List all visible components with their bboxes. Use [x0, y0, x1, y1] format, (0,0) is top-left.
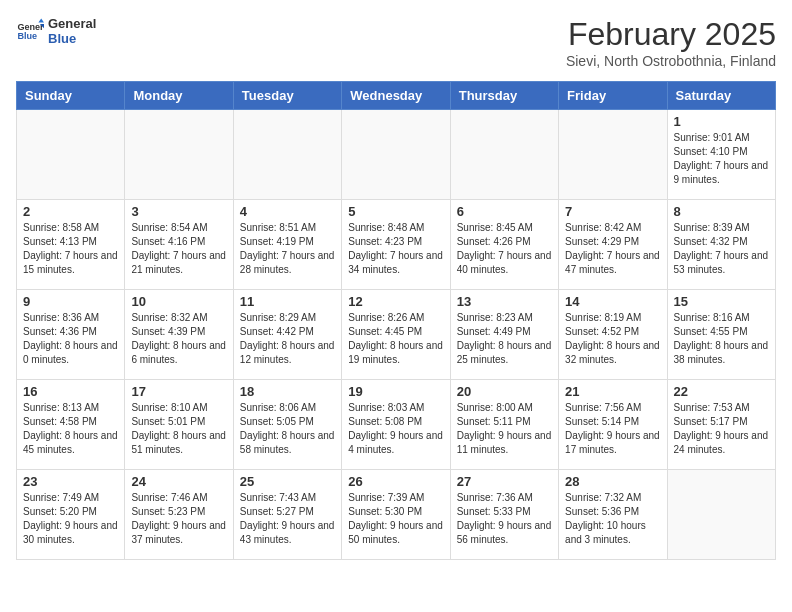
weekday-header-monday: Monday [125, 82, 233, 110]
month-title: February 2025 [566, 16, 776, 53]
calendar-cell: 9Sunrise: 8:36 AM Sunset: 4:36 PM Daylig… [17, 290, 125, 380]
day-number: 15 [674, 294, 769, 309]
calendar-cell [17, 110, 125, 200]
day-number: 17 [131, 384, 226, 399]
header: General Blue General Blue February 2025 … [16, 16, 776, 69]
day-info: Sunrise: 8:23 AM Sunset: 4:49 PM Dayligh… [457, 311, 552, 367]
weekday-header-saturday: Saturday [667, 82, 775, 110]
day-info: Sunrise: 8:58 AM Sunset: 4:13 PM Dayligh… [23, 221, 118, 277]
day-number: 3 [131, 204, 226, 219]
day-number: 26 [348, 474, 443, 489]
day-info: Sunrise: 7:39 AM Sunset: 5:30 PM Dayligh… [348, 491, 443, 547]
calendar-cell: 7Sunrise: 8:42 AM Sunset: 4:29 PM Daylig… [559, 200, 667, 290]
day-number: 20 [457, 384, 552, 399]
calendar-cell: 11Sunrise: 8:29 AM Sunset: 4:42 PM Dayli… [233, 290, 341, 380]
svg-text:General: General [17, 22, 44, 32]
calendar-cell: 4Sunrise: 8:51 AM Sunset: 4:19 PM Daylig… [233, 200, 341, 290]
day-info: Sunrise: 7:53 AM Sunset: 5:17 PM Dayligh… [674, 401, 769, 457]
day-info: Sunrise: 8:26 AM Sunset: 4:45 PM Dayligh… [348, 311, 443, 367]
week-row-1: 2Sunrise: 8:58 AM Sunset: 4:13 PM Daylig… [17, 200, 776, 290]
day-info: Sunrise: 8:00 AM Sunset: 5:11 PM Dayligh… [457, 401, 552, 457]
day-info: Sunrise: 8:06 AM Sunset: 5:05 PM Dayligh… [240, 401, 335, 457]
svg-text:Blue: Blue [17, 31, 37, 41]
weekday-header-row: SundayMondayTuesdayWednesdayThursdayFrid… [17, 82, 776, 110]
calendar-cell [125, 110, 233, 200]
day-number: 6 [457, 204, 552, 219]
calendar-cell [342, 110, 450, 200]
calendar-cell [559, 110, 667, 200]
week-row-3: 16Sunrise: 8:13 AM Sunset: 4:58 PM Dayli… [17, 380, 776, 470]
calendar-cell: 12Sunrise: 8:26 AM Sunset: 4:45 PM Dayli… [342, 290, 450, 380]
week-row-0: 1Sunrise: 9:01 AM Sunset: 4:10 PM Daylig… [17, 110, 776, 200]
week-row-2: 9Sunrise: 8:36 AM Sunset: 4:36 PM Daylig… [17, 290, 776, 380]
day-info: Sunrise: 7:32 AM Sunset: 5:36 PM Dayligh… [565, 491, 660, 547]
day-info: Sunrise: 7:56 AM Sunset: 5:14 PM Dayligh… [565, 401, 660, 457]
calendar-cell: 28Sunrise: 7:32 AM Sunset: 5:36 PM Dayli… [559, 470, 667, 560]
calendar-cell: 27Sunrise: 7:36 AM Sunset: 5:33 PM Dayli… [450, 470, 558, 560]
calendar-cell: 13Sunrise: 8:23 AM Sunset: 4:49 PM Dayli… [450, 290, 558, 380]
day-info: Sunrise: 8:13 AM Sunset: 4:58 PM Dayligh… [23, 401, 118, 457]
calendar: SundayMondayTuesdayWednesdayThursdayFrid… [16, 81, 776, 560]
logo: General Blue General Blue [16, 16, 96, 46]
calendar-cell: 1Sunrise: 9:01 AM Sunset: 4:10 PM Daylig… [667, 110, 775, 200]
day-number: 8 [674, 204, 769, 219]
day-info: Sunrise: 7:49 AM Sunset: 5:20 PM Dayligh… [23, 491, 118, 547]
day-number: 4 [240, 204, 335, 219]
calendar-cell: 17Sunrise: 8:10 AM Sunset: 5:01 PM Dayli… [125, 380, 233, 470]
weekday-header-friday: Friday [559, 82, 667, 110]
day-info: Sunrise: 8:39 AM Sunset: 4:32 PM Dayligh… [674, 221, 769, 277]
day-number: 27 [457, 474, 552, 489]
day-number: 14 [565, 294, 660, 309]
day-number: 7 [565, 204, 660, 219]
day-number: 19 [348, 384, 443, 399]
day-number: 24 [131, 474, 226, 489]
day-number: 12 [348, 294, 443, 309]
calendar-cell: 3Sunrise: 8:54 AM Sunset: 4:16 PM Daylig… [125, 200, 233, 290]
day-number: 16 [23, 384, 118, 399]
day-number: 28 [565, 474, 660, 489]
day-number: 5 [348, 204, 443, 219]
day-info: Sunrise: 8:32 AM Sunset: 4:39 PM Dayligh… [131, 311, 226, 367]
day-info: Sunrise: 8:36 AM Sunset: 4:36 PM Dayligh… [23, 311, 118, 367]
calendar-cell: 25Sunrise: 7:43 AM Sunset: 5:27 PM Dayli… [233, 470, 341, 560]
day-number: 23 [23, 474, 118, 489]
day-info: Sunrise: 7:36 AM Sunset: 5:33 PM Dayligh… [457, 491, 552, 547]
day-info: Sunrise: 8:03 AM Sunset: 5:08 PM Dayligh… [348, 401, 443, 457]
calendar-cell: 2Sunrise: 8:58 AM Sunset: 4:13 PM Daylig… [17, 200, 125, 290]
calendar-cell [233, 110, 341, 200]
day-info: Sunrise: 8:45 AM Sunset: 4:26 PM Dayligh… [457, 221, 552, 277]
logo-text: General Blue [48, 16, 96, 46]
svg-marker-2 [38, 18, 44, 22]
day-info: Sunrise: 8:51 AM Sunset: 4:19 PM Dayligh… [240, 221, 335, 277]
calendar-cell: 24Sunrise: 7:46 AM Sunset: 5:23 PM Dayli… [125, 470, 233, 560]
day-info: Sunrise: 8:16 AM Sunset: 4:55 PM Dayligh… [674, 311, 769, 367]
logo-icon: General Blue [16, 17, 44, 45]
day-number: 25 [240, 474, 335, 489]
day-info: Sunrise: 8:19 AM Sunset: 4:52 PM Dayligh… [565, 311, 660, 367]
week-row-4: 23Sunrise: 7:49 AM Sunset: 5:20 PM Dayli… [17, 470, 776, 560]
calendar-cell: 18Sunrise: 8:06 AM Sunset: 5:05 PM Dayli… [233, 380, 341, 470]
day-number: 2 [23, 204, 118, 219]
day-number: 13 [457, 294, 552, 309]
calendar-cell: 8Sunrise: 8:39 AM Sunset: 4:32 PM Daylig… [667, 200, 775, 290]
calendar-cell: 10Sunrise: 8:32 AM Sunset: 4:39 PM Dayli… [125, 290, 233, 380]
day-info: Sunrise: 8:48 AM Sunset: 4:23 PM Dayligh… [348, 221, 443, 277]
weekday-header-thursday: Thursday [450, 82, 558, 110]
day-info: Sunrise: 8:29 AM Sunset: 4:42 PM Dayligh… [240, 311, 335, 367]
day-number: 21 [565, 384, 660, 399]
calendar-cell: 5Sunrise: 8:48 AM Sunset: 4:23 PM Daylig… [342, 200, 450, 290]
calendar-cell: 21Sunrise: 7:56 AM Sunset: 5:14 PM Dayli… [559, 380, 667, 470]
calendar-cell: 6Sunrise: 8:45 AM Sunset: 4:26 PM Daylig… [450, 200, 558, 290]
day-info: Sunrise: 7:43 AM Sunset: 5:27 PM Dayligh… [240, 491, 335, 547]
calendar-cell: 23Sunrise: 7:49 AM Sunset: 5:20 PM Dayli… [17, 470, 125, 560]
calendar-cell: 15Sunrise: 8:16 AM Sunset: 4:55 PM Dayli… [667, 290, 775, 380]
title-area: February 2025 Sievi, North Ostrobothnia,… [566, 16, 776, 69]
day-number: 9 [23, 294, 118, 309]
day-number: 18 [240, 384, 335, 399]
day-number: 1 [674, 114, 769, 129]
day-info: Sunrise: 9:01 AM Sunset: 4:10 PM Dayligh… [674, 131, 769, 187]
logo-general: General [48, 16, 96, 31]
calendar-cell: 20Sunrise: 8:00 AM Sunset: 5:11 PM Dayli… [450, 380, 558, 470]
calendar-cell: 22Sunrise: 7:53 AM Sunset: 5:17 PM Dayli… [667, 380, 775, 470]
location: Sievi, North Ostrobothnia, Finland [566, 53, 776, 69]
